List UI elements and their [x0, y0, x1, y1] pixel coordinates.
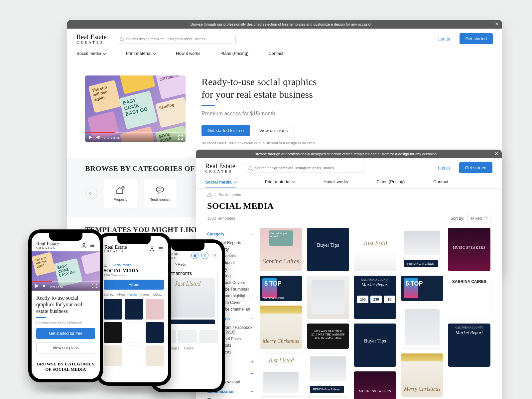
nav-plans[interactable]: Plans (Pricing) [220, 51, 249, 56]
template-tile[interactable]: MUSIC SPEAKERS [354, 371, 396, 399]
template-tile[interactable] [146, 322, 164, 343]
nav-print-material[interactable]: Print material [265, 179, 295, 184]
home-icon[interactable] [207, 193, 212, 197]
nav-social-media[interactable]: Social media [205, 179, 236, 188]
template-tile[interactable] [146, 299, 164, 320]
template-tile[interactable] [104, 322, 122, 343]
nav-how-it-works[interactable]: How it works [324, 179, 348, 184]
template-tile[interactable] [146, 345, 164, 366]
template-tile[interactable] [307, 276, 349, 319]
template-tile[interactable]: Just Listed [260, 353, 302, 397]
nav-how-it-works[interactable]: How it works [176, 51, 200, 56]
user-icon[interactable] [149, 246, 155, 251]
property-icon [115, 186, 125, 194]
close-icon[interactable]: ✕ [494, 151, 498, 156]
brand-logo[interactable]: Real Estate CREATES [36, 241, 59, 249]
announcement-text: Browse through our professionally design… [255, 152, 438, 156]
category-card-testimonials[interactable]: Testimonials [144, 178, 177, 209]
variant-thumb[interactable] [178, 330, 197, 343]
template-tile[interactable]: Considering a move? Sabrina Caires [260, 228, 302, 271]
menu-icon[interactable] [90, 243, 95, 248]
nav-contact[interactable]: Contact [433, 179, 448, 184]
template-tile[interactable]: 5 TOP MUST HAVE CLOTHES [260, 276, 302, 301]
hero-get-started-button[interactable]: Get started for free [36, 328, 95, 339]
sort-label: Sort by: [451, 216, 464, 221]
filter-option[interactable]: Non-Customizable [207, 397, 254, 399]
sort-mixed[interactable]: Mixed [117, 293, 125, 296]
nav-contact[interactable]: Contact [268, 51, 283, 56]
fullscreen-icon[interactable] [178, 135, 183, 140]
play-icon[interactable] [88, 135, 93, 140]
home-icon[interactable] [104, 263, 107, 267]
nav-social-label: Social media [76, 51, 101, 56]
variant-thumb[interactable] [199, 330, 218, 343]
hero-view-plans-button[interactable]: View our plans [36, 342, 95, 353]
volume-icon[interactable] [42, 283, 48, 289]
template-tile[interactable]: PENDING in 2 days! [307, 353, 349, 397]
search-input[interactable] [116, 34, 236, 44]
share-icon[interactable]: ⇪ [201, 252, 208, 259]
search-icon [248, 166, 253, 171]
sort-select[interactable]: Mixed [467, 214, 490, 223]
download-icon[interactable]: ⬇ [211, 252, 218, 259]
redo-button[interactable]: ↷ Redo [175, 263, 186, 266]
hero-get-started-button[interactable]: Get started for free [201, 125, 250, 136]
template-tile[interactable] [125, 322, 143, 343]
phone-mock-listing: Real Estate CREATES ›Social media SOCIAL… [96, 233, 171, 386]
template-tile[interactable] [125, 299, 143, 320]
video-tile-send: Sending [155, 97, 186, 128]
template-tile[interactable] [125, 345, 143, 366]
collapse-icon: − [251, 370, 254, 376]
template-tile[interactable]: MUSIC SPEAKERS [448, 228, 490, 271]
template-count: 1362 Templates [207, 216, 235, 221]
filters-button[interactable]: Filters [104, 280, 164, 290]
template-tile[interactable] [104, 299, 122, 320]
menu-icon[interactable] [158, 246, 163, 251]
get-started-button[interactable]: Get started [460, 33, 493, 44]
nav-print-material[interactable]: Print material [126, 51, 156, 56]
template-tile[interactable]: PENDING in 2 days! [401, 228, 444, 271]
volume-icon[interactable] [96, 135, 101, 140]
hero-video[interactable]: The sun will rise again EASY COME EASY G… [32, 251, 100, 291]
fullscreen-icon[interactable] [92, 283, 97, 289]
nav-plans[interactable]: Plans (Pricing) [377, 179, 405, 184]
category-label: Property [113, 198, 127, 201]
template-tile[interactable]: Merry Christmas [260, 306, 302, 349]
nav-social-media[interactable]: Social media [76, 51, 106, 56]
search-input[interactable] [245, 163, 364, 173]
template-tile[interactable]: CALIFORNIA COUNTY Market Report [448, 324, 490, 367]
template-tile[interactable] [104, 345, 122, 366]
get-started-button[interactable]: Get started [459, 162, 492, 173]
template-tile[interactable]: Buyer Tips [307, 228, 349, 271]
sort-popular[interactable]: Popular [127, 293, 138, 296]
template-tile[interactable]: Just Sold [354, 228, 396, 271]
brand-logo[interactable]: Real Estate CREATES [104, 245, 127, 253]
brand-logo[interactable]: Real Estate CREATES [205, 163, 235, 173]
template-tile[interactable]: SABRINA CAIRES [448, 276, 490, 319]
carousel-prev-button[interactable] [85, 188, 97, 200]
save-icon[interactable]: ▣ [191, 252, 199, 259]
template-tile[interactable]: Buyer Tips [354, 324, 396, 367]
login-link[interactable]: Log in [438, 36, 450, 41]
hero-video[interactable]: The sun will rise again EASY COME EASY G… [85, 75, 186, 142]
sort-oldest[interactable]: Oldest [153, 293, 162, 296]
sort-newest[interactable]: Newest [140, 293, 150, 296]
user-icon[interactable] [81, 243, 86, 248]
template-tile[interactable]: CALIFORNIA COUNTY Market Report 150 230 … [354, 276, 396, 319]
template-tile[interactable]: Merry Christmas [401, 353, 444, 397]
hero-view-plans-button[interactable]: View our plans [253, 125, 294, 136]
filter-group-category[interactable]: Category− [207, 228, 254, 239]
brand-logo[interactable]: Real Estate CREATES [76, 34, 107, 44]
svg-point-0 [120, 38, 123, 41]
login-link[interactable]: Log in [438, 165, 450, 170]
section-browse-title: BROWSE BY CATEGORIES OF SOCIAL MEDIA [32, 357, 100, 374]
template-tile[interactable] [401, 306, 444, 349]
collapse-icon: − [251, 389, 254, 394]
tab-colors[interactable]: Colors [184, 346, 194, 352]
template-tile[interactable]: 2015 WAS PRACTICE 2016 WAS THE WARMUP 20… [307, 324, 349, 349]
template-tile[interactable]: 5 TOP [401, 276, 444, 301]
close-icon[interactable]: ✕ [495, 21, 499, 27]
play-icon[interactable] [34, 283, 40, 289]
hero-title: Ready-to-use social qraphics for your re… [36, 295, 95, 315]
category-card-property[interactable]: Property [104, 178, 137, 209]
